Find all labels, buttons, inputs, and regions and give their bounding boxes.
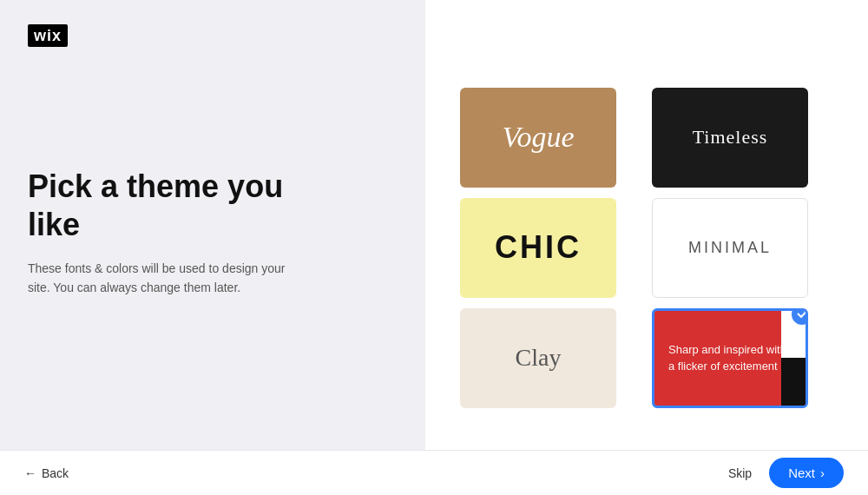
color-strip [781,311,806,406]
theme-label-vogue: Vogue [502,121,574,154]
theme-label-minimal: MINIMAL [688,239,772,257]
skip-button[interactable]: Skip [728,466,752,480]
back-arrow-icon: ← [24,466,36,480]
theme-card-bold[interactable]: Sharp and inspired with a flicker of exc… [652,308,808,408]
page-subtitle: These fonts & colors will be used to des… [28,259,288,298]
theme-card-timeless[interactable]: Timeless [652,88,808,188]
bottom-bar: ← Back Skip Next › [0,450,868,495]
theme-card-chic[interactable]: CHIC [460,198,616,298]
theme-card-minimal[interactable]: MINIMAL [652,198,808,298]
next-button[interactable]: Next › [769,458,844,488]
theme-desc-bold: Sharp and inspired with a flicker of exc… [668,341,792,375]
themes-grid: Vogue Timeless CHIC MINIMAL Clay Sharp a… [460,88,833,408]
page-title: Pick a theme you like [28,168,306,242]
theme-label-timeless: Timeless [693,126,768,148]
theme-label-clay: Clay [516,344,562,372]
left-content: Pick a theme you like These fonts & colo… [28,47,398,471]
left-panel: wix Pick a theme you like These fonts & … [0,0,425,495]
color-black [781,358,806,406]
next-arrow-icon: › [820,465,825,480]
back-label: Back [42,466,69,480]
right-panel: Vogue Timeless CHIC MINIMAL Clay Sharp a… [425,0,868,495]
logo: wix [28,24,398,47]
wix-logo: wix [28,24,68,47]
theme-card-clay[interactable]: Clay [460,308,616,408]
back-button[interactable]: ← Back [24,466,69,480]
theme-label-chic: CHIC [495,229,582,266]
selected-check-icon [792,308,808,325]
theme-card-vogue[interactable]: Vogue [460,88,616,188]
right-actions: Skip Next › [728,458,844,488]
next-label: Next [788,465,815,480]
